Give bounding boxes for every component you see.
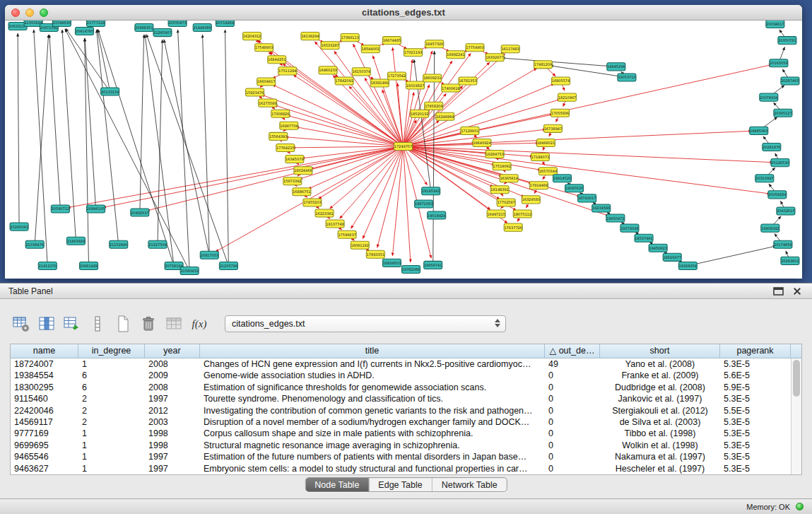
graph-node[interactable]: 17308826 [271,110,290,117]
graph-node[interactable]: 20287465 [781,77,799,85]
graph-node[interactable]: 20550473 [168,21,187,27]
table-row[interactable]: 946554611997Estimation of the future num… [11,451,791,462]
graph-node[interactable]: 16738947 [543,124,562,132]
graph-node[interactable]: 20661428 [79,262,98,269]
graph-node[interactable]: 16997704 [280,122,298,129]
graph-node[interactable]: 18544001 [361,45,379,53]
zoom-window-button[interactable] [40,8,48,17]
graph-node[interactable]: 16081192 [351,241,369,249]
graph-node[interactable]: 16275589 [259,99,277,107]
table-row[interactable]: 1938455462009Genome-wide association stu… [11,370,791,381]
graph-node[interactable]: 18845296 [607,63,625,71]
column-header[interactable]: in_degree [78,344,145,358]
graph-node[interactable]: 16365814 [500,175,518,182]
table-row[interactable]: 977716911998Corpus callosum shape and si… [11,428,791,439]
graph-node[interactable]: 17189073 [531,153,549,161]
graph-node[interactable]: 21446089 [193,24,211,32]
graph-node[interactable]: 20034617 [766,21,784,28]
minimize-window-button[interactable] [25,8,34,17]
graph-node[interactable]: 20241876 [763,143,781,151]
graph-node[interactable]: 19985063 [750,127,768,134]
graph-node[interactable]: 18466021 [536,139,555,146]
graph-node[interactable]: 17754903 [466,44,484,52]
graph-node[interactable]: 20432615 [777,207,795,215]
graph-node[interactable]: 18650972 [606,214,625,222]
graph-node[interactable]: 18391466 [370,79,389,87]
graph-node[interactable]: 18520132 [411,110,429,117]
graph-node[interactable]: 19856741 [424,261,442,269]
delete-table-icon[interactable] [139,314,158,334]
graph-node[interactable]: 19053710 [618,74,636,81]
graph-node[interactable]: 20846105 [87,205,105,213]
graph-node[interactable]: 15564393 [269,132,288,140]
tab-network-table[interactable]: Network Table [433,478,507,491]
scrollbar-thumb[interactable] [793,360,800,397]
graph-node[interactable]: 18609231 [423,74,442,82]
graph-node[interactable]: 17842091 [335,77,353,85]
graph-node[interactable]: 17914468 [529,182,548,189]
graph-node[interactable]: 17273542 [387,72,406,80]
tab-edge-table[interactable]: Edge Table [369,478,432,491]
graph-node[interactable]: 19908342 [761,224,779,232]
graph-node[interactable]: 19018428 [428,211,446,219]
network-canvas[interactable]: 1724975716204312175489031684425117511284… [5,21,801,277]
graph-node[interactable]: 18148391 [490,186,509,194]
graph-node[interactable]: 21463928 [66,237,85,245]
graph-node[interactable]: 20917053 [200,251,218,259]
graph-node[interactable]: 18284753 [486,151,504,158]
table-row[interactable]: 2242004622012Investigating the contribut… [11,405,791,416]
table-row[interactable]: 911546021997Tourette syndrome. Phenomeno… [11,393,791,404]
graph-node[interactable]: 20265083 [10,223,28,230]
graph-node[interactable]: 18537461 [635,234,653,242]
table-settings-icon[interactable] [11,314,31,334]
close-panel-icon[interactable] [792,286,802,296]
graph-node[interactable]: 21580432 [180,267,199,274]
table-scrollbar[interactable] [791,358,801,474]
graph-node[interactable]: 18332677 [486,54,504,62]
graph-node[interactable]: 17637726 [504,223,522,231]
graph-node[interactable]: 16497215 [487,210,505,218]
network-view-window[interactable]: citations_edges.txt 17249757162043121754… [5,5,802,279]
graph-node[interactable]: 16533287 [321,42,339,49]
graph-node[interactable]: 20395127 [774,109,792,117]
graph-node[interactable]: 18457326 [425,40,444,48]
table-row[interactable]: 1872400712008Changes of HCN gene express… [11,358,791,370]
graph-node[interactable]: 20078934 [760,93,778,101]
graph-node[interactable]: 18743017 [578,194,596,202]
graph-node[interactable]: 21152840 [110,240,128,248]
table-row[interactable]: 946362711997Embryonic stem cells: a mode… [11,463,791,474]
graph-node[interactable]: 17055836 [551,109,569,117]
graph-node[interactable]: 17481209 [534,61,552,69]
graph-node[interactable]: 16844251 [268,56,286,64]
close-window-button[interactable] [11,8,20,17]
graph-node[interactable]: 18075112 [513,210,531,218]
graph-node[interactable]: 17455203 [303,199,322,206]
column-header[interactable]: pagerank [720,344,791,358]
graph-node[interactable]: 17249757 [394,142,412,150]
column-header[interactable]: year [145,344,200,358]
graph-node[interactable]: 15673392 [283,177,302,185]
graph-node[interactable]: 18871063 [415,200,433,208]
graph-node[interactable]: 20133159 [101,88,119,95]
graph-node[interactable]: 17893351 [366,250,384,258]
column-header[interactable]: title [200,344,545,358]
graph-node[interactable]: 18629377 [663,253,681,261]
graph-node[interactable]: 18024466 [294,167,312,175]
function-builder-icon[interactable]: f(x) [189,314,209,334]
graph-node[interactable]: 16460233 [319,66,337,74]
graph-node[interactable]: 20310947 [755,175,774,182]
import-table-icon[interactable] [62,314,82,334]
graph-node[interactable]: 20590712 [51,205,69,213]
graph-node[interactable]: 19145342 [422,187,440,195]
graph-node[interactable]: 21412370 [38,262,57,269]
graph-node[interactable]: 20719264 [216,21,234,27]
graph-node[interactable]: 16345079 [286,156,304,163]
table-row[interactable]: 1830029562008Estimation of significance … [11,382,791,393]
graph-node[interactable]: 19450823 [649,244,667,252]
graph-node[interactable]: 20163059 [770,59,788,67]
graph-node[interactable]: 17126601 [461,127,479,134]
row-height-icon[interactable] [88,314,107,334]
table-disabled-icon[interactable] [164,314,184,334]
graph-node[interactable]: 18137748 [326,220,344,228]
graph-node[interactable]: 20283601 [781,257,799,264]
